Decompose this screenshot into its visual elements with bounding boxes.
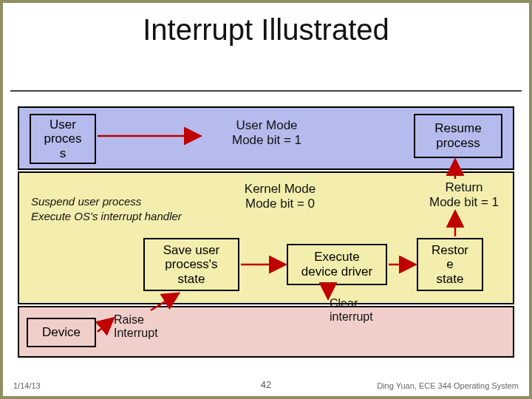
resume-process-box: Resumeprocess: [414, 114, 502, 158]
exec-driver-box: Executedevice driver: [287, 244, 387, 285]
kernel-mode-heading: Kernel Mode Mode bit = 0: [217, 182, 343, 211]
return-line1: Return: [414, 180, 514, 195]
clear-interrupt-label: Clearinterrupt: [330, 297, 411, 324]
exec-driver-label: Executedevice driver: [301, 250, 372, 279]
user-mode-line2: Mode bit = 1: [204, 133, 330, 148]
user-mode-line1: User Mode: [204, 118, 330, 133]
resume-process-label: Resumeprocess: [434, 121, 481, 150]
return-heading: Return Mode bit = 1: [414, 180, 514, 209]
save-state-label: Save userprocess'sstate: [163, 243, 220, 287]
footer-source: Ding Yuan, ECE 344 Operating System: [377, 381, 519, 390]
device-box: Device: [27, 318, 96, 347]
raise-interrupt-label: RaiseInterrupt: [114, 313, 202, 341]
device-label: Device: [42, 325, 81, 340]
user-mode-heading: User Mode Mode bit = 1: [204, 118, 330, 147]
kernel-mode-line1: Kernel Mode: [217, 182, 343, 197]
return-line2: Mode bit = 1: [414, 195, 514, 210]
title-divider: [10, 90, 522, 92]
restore-state-label: Restorestate: [432, 243, 468, 287]
save-state-box: Save userprocess'sstate: [143, 238, 239, 291]
kernel-mode-line2: Mode bit = 0: [217, 197, 343, 211]
slide-title: Interrupt Illustrated: [3, 13, 529, 47]
restore-state-box: Restorestate: [417, 238, 483, 291]
user-process-label: Userprocess: [44, 117, 81, 161]
user-process-box: Userprocess: [30, 114, 96, 164]
exec-handler-note: Execute OS's interrupt handler: [31, 210, 253, 222]
suspend-note: Suspend user process: [31, 195, 223, 208]
slide: Interrupt Illustrated Userprocess Resume…: [0, 0, 532, 399]
